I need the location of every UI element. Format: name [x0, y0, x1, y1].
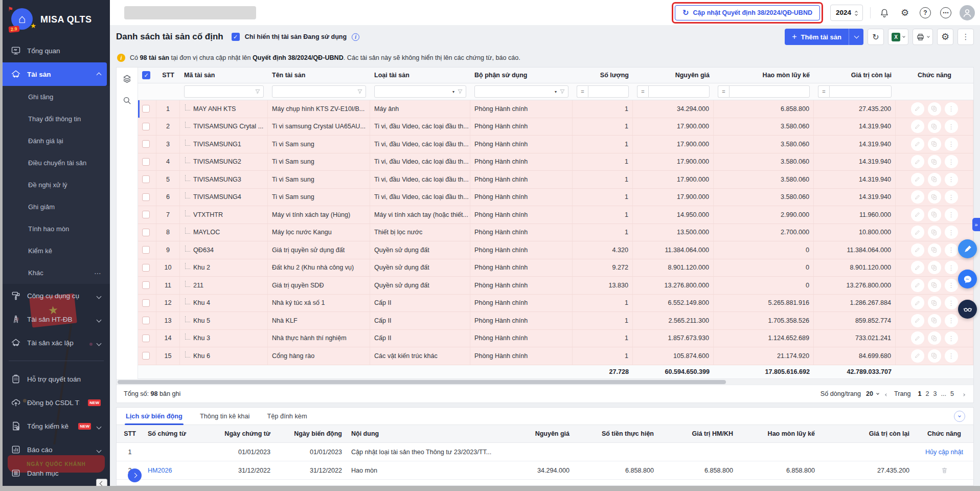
row-more-button[interactable]: ⋮ [945, 208, 958, 221]
row-more-button[interactable]: ⋮ [945, 314, 958, 327]
row-more-button[interactable]: ⋮ [945, 226, 958, 239]
row-checkbox[interactable] [142, 317, 150, 324]
year-spinner-icon[interactable] [855, 10, 857, 15]
sidebar-subitem-4[interactable]: Đánh giá lại [3, 130, 110, 152]
add-asset-dropdown[interactable] [849, 36, 863, 38]
row-checkbox[interactable] [142, 334, 150, 342]
table-row[interactable]: 12Khu 4Nhà ký túc xá số 1Cấp IIPhòng Hàn… [138, 295, 973, 313]
search-icon[interactable] [122, 96, 132, 107]
edit-button[interactable] [911, 173, 924, 186]
page-number[interactable]: ... [939, 390, 948, 397]
table-row[interactable]: 7VTXTHTRMáy vi tính xách tay (Hùng)Máy v… [138, 206, 973, 224]
settings-gear-icon[interactable]: ⚙ [898, 6, 911, 19]
row-more-button[interactable]: ⋮ [945, 138, 958, 151]
info-icon[interactable]: i [352, 33, 359, 41]
row-checkbox[interactable] [142, 264, 150, 272]
user-avatar[interactable] [960, 5, 975, 20]
filter-operator-hm[interactable]: = [718, 85, 729, 98]
row-more-button[interactable]: ⋮ [945, 173, 958, 186]
export-excel-button[interactable]: X [888, 29, 908, 45]
edit-button[interactable] [911, 296, 924, 309]
row-checkbox[interactable] [142, 299, 150, 307]
copy-button[interactable] [928, 279, 941, 292]
header-cell-ma[interactable]: Mã tài sản [180, 68, 268, 83]
row-checkbox[interactable] [142, 140, 150, 148]
sidebar-item-17[interactable]: Báo cáo [3, 438, 107, 461]
filter-select-loai[interactable]: ▾ [374, 85, 466, 98]
copy-button[interactable] [928, 102, 941, 116]
edit-button[interactable] [911, 102, 924, 116]
table-row[interactable]: 11211Giá trị quyền SDĐQuyền sử dụng đấtP… [138, 277, 973, 295]
edit-button[interactable] [911, 261, 924, 274]
table-row[interactable]: 5TIVISAMSUNG3Ti vi Sam sungTi vi, đầu Vi… [138, 171, 973, 189]
sidebar-subitem-8[interactable]: Tính hao mòn [3, 218, 110, 240]
sidebar-item-12[interactable]: Tài sản HT-ĐB [3, 307, 107, 331]
copy-button[interactable] [928, 120, 941, 133]
edit-button[interactable] [911, 349, 924, 363]
scroll-next-button[interactable] [128, 468, 142, 482]
print-button[interactable] [913, 29, 933, 45]
sidebar-item-11[interactable]: Công cụ dụng cụ [3, 284, 107, 307]
copy-button[interactable] [928, 349, 941, 363]
horizontal-scrollbar[interactable] [117, 379, 973, 385]
edit-button[interactable] [911, 155, 924, 168]
chat-floating-button[interactable] [958, 270, 977, 288]
edit-button[interactable] [911, 279, 924, 292]
copy-button[interactable] [928, 173, 941, 186]
table-row[interactable]: 9QĐ634Giá trị quyền sử dụng đấtQuyền sử … [138, 241, 973, 259]
row-more-button[interactable]: ⋮ [945, 349, 958, 363]
filter-select-bophan[interactable]: ▾ [474, 85, 568, 98]
table-row[interactable]: 4TIVISAMSUNG2Ti vi Sam sungTi vi, đầu Vi… [138, 153, 973, 171]
show-in-use-checkbox[interactable]: ✓ [232, 33, 240, 41]
sidebar-subitem-9[interactable]: Kiểm kê [3, 240, 110, 262]
table-row[interactable]: 6TIVISAMSUNG4Ti vi Sam sungTi vi, đầu Vi… [138, 189, 973, 207]
sidebar-subitem-5[interactable]: Điều chuyển tài sản [3, 152, 110, 174]
copy-button[interactable] [928, 243, 941, 257]
table-row[interactable]: 15Khu 6Cổng hàng ràoCác vật kiến trúc kh… [138, 347, 973, 365]
row-more-button[interactable]: ⋮ [945, 261, 958, 274]
edit-button[interactable] [911, 190, 924, 204]
scrollbar-thumb[interactable] [118, 380, 726, 384]
layers-icon[interactable] [122, 74, 132, 85]
sidebar-subitem-6[interactable]: Đề nghị xử lý [3, 174, 110, 196]
page-number[interactable]: 2 [923, 390, 931, 397]
filter-operator-sl[interactable]: = [577, 85, 588, 98]
table-settings-button[interactable]: ⚙ [937, 29, 953, 45]
rows-per-page-select[interactable]: 20 [866, 390, 879, 397]
refresh-button[interactable]: ↻ [868, 29, 884, 45]
prev-page-button[interactable] [884, 390, 889, 397]
table-row[interactable]: 14Khu 3Nhà thực hành thí nghiệmCấp IIPhò… [138, 330, 973, 348]
sidebar-item-13[interactable]: Tài sản xác lập [3, 331, 107, 354]
row-checkbox[interactable] [142, 123, 150, 130]
header-cell-sel[interactable]: ✓ [138, 68, 156, 83]
header-cell-sl[interactable]: Số lượng [573, 68, 633, 83]
table-row[interactable]: 8MAYLOCMáy lọc nước KanguThiết bị lọc nư… [138, 224, 973, 242]
copy-button[interactable] [928, 208, 941, 221]
expand-right-panel-button[interactable]: » [972, 218, 980, 231]
row-more-button[interactable]: ⋮ [945, 296, 958, 309]
row-checkbox[interactable] [142, 105, 150, 113]
sidebar-subitem-10[interactable]: Khác⋯ [3, 262, 110, 284]
header-cell-ten[interactable]: Tên tài sản [268, 68, 370, 83]
row-checkbox[interactable] [142, 229, 150, 236]
row-checkbox[interactable] [142, 158, 150, 166]
assistant-floating-button[interactable] [958, 239, 977, 258]
filter-operator-ng[interactable]: = [637, 85, 648, 98]
row-more-button[interactable]: ⋮ [945, 331, 958, 345]
more-options-icon[interactable]: ⋯ [939, 6, 952, 19]
edit-button[interactable] [911, 314, 924, 327]
filter-value-cl[interactable] [829, 85, 892, 98]
notifications-bell-icon[interactable] [878, 6, 891, 19]
header-cell-cl[interactable]: Giá trị còn lại [814, 68, 896, 83]
table-row[interactable]: 1MAY ANH KTSMáy chụp hình KTS ZV-E10l/B.… [138, 100, 973, 118]
page-number[interactable]: 3 [931, 390, 939, 397]
header-cell-bophan[interactable]: Bộ phận sử dụng [470, 68, 573, 83]
sidebar-collapse-button[interactable] [96, 479, 107, 486]
tab-0[interactable]: Lịch sử biến động [125, 408, 184, 425]
more-actions-button[interactable]: ⋮ [958, 29, 974, 45]
tab-2[interactable]: Tệp đính kèm [266, 408, 308, 425]
select-all-checkbox[interactable]: ✓ [142, 71, 150, 79]
filter-value-hm[interactable] [729, 85, 810, 98]
header-cell-stt[interactable]: STT [156, 68, 180, 83]
cancel-update-link[interactable]: Hủy cập nhật [925, 449, 963, 456]
